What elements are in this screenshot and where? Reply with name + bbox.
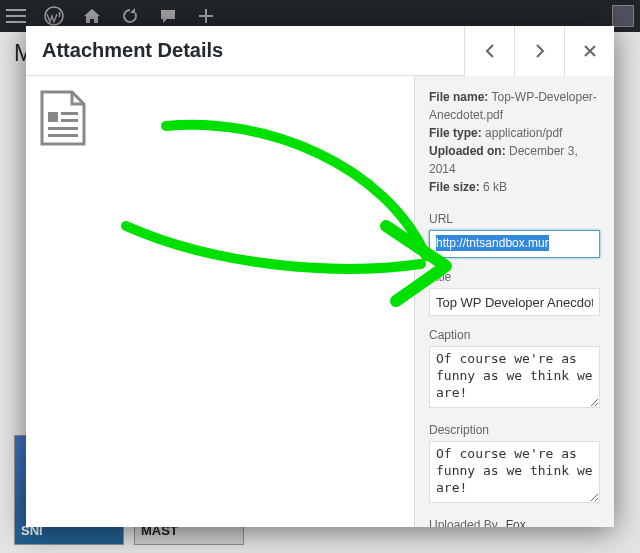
url-input[interactable]: http://tntsandbox.mur	[436, 235, 549, 251]
svg-rect-1	[48, 112, 58, 122]
modal-title: Attachment Details	[42, 39, 464, 62]
caption-field-group: Caption Of course we're as funny as we t…	[429, 328, 600, 411]
svg-rect-4	[48, 127, 78, 130]
title-field-group: Title	[429, 270, 600, 316]
caption-label: Caption	[429, 328, 600, 342]
svg-rect-5	[48, 134, 78, 137]
description-field-group: Description Of course we're as funny as …	[429, 423, 600, 506]
uploaded-by-name: Fox	[506, 518, 526, 527]
attachment-preview	[26, 76, 414, 527]
next-button[interactable]	[514, 26, 564, 76]
close-button[interactable]	[564, 26, 614, 76]
details-sidebar: File name: Top-WP-Developer-Anecdotet.pd…	[414, 76, 614, 527]
meta-filesize: 6 kB	[483, 180, 507, 194]
svg-rect-2	[61, 112, 78, 115]
description-input[interactable]: Of course we're as funny as we think we …	[429, 441, 600, 503]
description-label: Description	[429, 423, 600, 437]
url-label: URL	[429, 212, 600, 226]
caption-input[interactable]: Of course we're as funny as we think we …	[429, 346, 600, 408]
document-icon	[40, 90, 86, 146]
title-label: Title	[429, 270, 600, 284]
uploaded-by: Uploaded ByFox	[429, 518, 600, 527]
attachment-details-modal: Attachment Details	[26, 26, 614, 527]
meta-filetype: application/pdf	[485, 126, 562, 140]
file-meta: File name: Top-WP-Developer-Anecdotet.pd…	[429, 88, 600, 196]
title-input[interactable]	[429, 288, 600, 316]
modal-header: Attachment Details	[26, 26, 614, 76]
url-field-group: URL http://tntsandbox.mur	[429, 212, 600, 258]
svg-rect-3	[61, 119, 78, 122]
prev-button[interactable]	[464, 26, 514, 76]
